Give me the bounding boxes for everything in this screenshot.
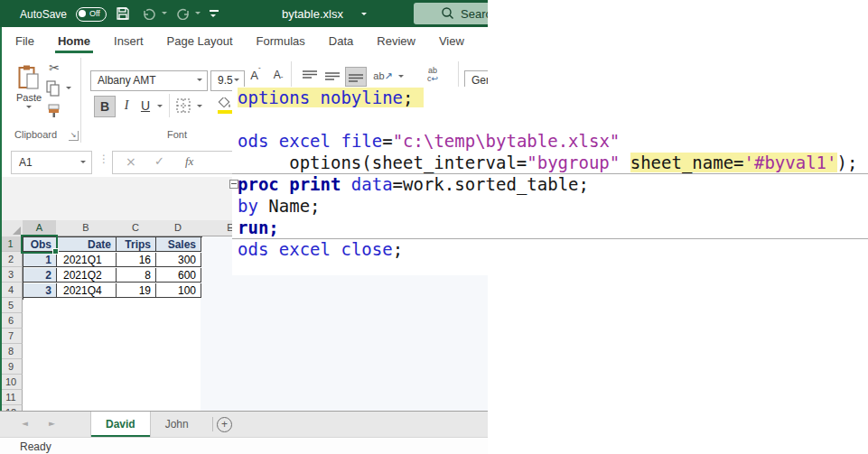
header-cell[interactable]: Sales [156, 237, 201, 252]
table-cell[interactable]: 2021Q2 [57, 268, 117, 283]
underline-dropdown-icon[interactable] [157, 105, 163, 107]
redo-dropdown-icon [195, 12, 201, 14]
row-header-1[interactable]: 1 [0, 236, 23, 252]
table-cell[interactable]: 2021Q4 [57, 283, 117, 298]
copy-dropdown-icon[interactable] [66, 87, 71, 89]
save-icon[interactable] [116, 6, 130, 21]
code-line [238, 108, 857, 130]
window-left-edge [0, 27, 2, 411]
name-box-caret-icon [80, 161, 86, 163]
title-dropdown-icon[interactable] [361, 13, 367, 15]
font-name-select[interactable]: Albany AMT [90, 70, 208, 91]
cut-icon[interactable]: ✂ [45, 60, 63, 76]
row-header-4[interactable]: 4 [0, 283, 23, 298]
copy-icon[interactable] [44, 79, 62, 97]
wrap-text-icon[interactable]: ab c↩ [420, 65, 445, 85]
enter-icon[interactable]: ✓ [154, 154, 164, 168]
sheet-tabs: DavidJohn [90, 412, 222, 437]
underline-button[interactable]: U [137, 96, 154, 116]
customize-toolbar-icon[interactable] [210, 10, 219, 12]
align-top-icon[interactable] [300, 67, 320, 85]
table-cell[interactable]: 3 [23, 283, 57, 298]
name-box[interactable]: A1 [11, 151, 92, 174]
table-cell[interactable]: 300 [156, 253, 201, 267]
row-header-5[interactable]: 5 [0, 298, 23, 313]
redo-icon [175, 7, 191, 20]
row-headers: 123456789101112 [0, 236, 23, 411]
borders-icon[interactable] [174, 97, 192, 115]
sheet-tab-david[interactable]: David [90, 412, 151, 437]
font-separator [169, 94, 170, 117]
align-middle-icon[interactable] [322, 67, 342, 85]
font-name-caret-icon [197, 79, 202, 81]
clipboard-dialog-launcher[interactable]: ↘ [69, 131, 79, 141]
paste-button[interactable]: Paste [13, 60, 45, 114]
number-format-value: General [471, 74, 488, 87]
ribbon-tabs: FileHomeInsertPage LayoutFormulasDataRev… [4, 27, 488, 54]
fill-handle[interactable] [52, 248, 59, 255]
tab-data[interactable]: Data [317, 27, 365, 54]
tab-view[interactable]: View [427, 27, 476, 54]
row-header-6[interactable]: 6 [0, 313, 23, 329]
column-header-D[interactable]: D [155, 220, 201, 236]
row-header-7[interactable]: 7 [0, 329, 23, 344]
paste-dropdown-icon [26, 106, 32, 108]
bold-label: B [100, 99, 109, 114]
table-cell[interactable]: 19 [117, 283, 156, 298]
column-header-B[interactable]: B [56, 220, 117, 236]
row-header-2[interactable]: 2 [0, 252, 23, 267]
tab-file[interactable]: File [4, 27, 46, 54]
next-sheet-icon[interactable]: ► [49, 419, 55, 428]
status-text: Ready [20, 440, 51, 453]
formula-bar-grip-icon[interactable]: ⋮ [98, 153, 109, 165]
search-box[interactable]: Search [414, 3, 488, 24]
row-header-9[interactable]: 9 [0, 359, 23, 375]
borders-dropdown-icon[interactable] [197, 105, 202, 107]
increase-font-icon[interactable]: Aˆ [246, 66, 266, 84]
orientation-icon[interactable]: ab↗ [370, 67, 396, 85]
row-header-10[interactable]: 10 [0, 375, 23, 390]
undo-icon [142, 7, 157, 20]
header-cell[interactable]: Trips [117, 237, 156, 252]
bold-button[interactable]: B [94, 96, 116, 117]
title-bar: AutoSave Off [0, 0, 488, 27]
code-line: ods excel file="c:\temp\bytable.xlsx" [238, 130, 857, 152]
table-cell[interactable]: 2 [23, 268, 57, 283]
align-bottom-icon[interactable] [345, 67, 367, 87]
row-header-11[interactable]: 11 [0, 390, 23, 405]
active-cell-selection[interactable] [21, 235, 58, 254]
table-cell[interactable]: 600 [156, 268, 201, 283]
search-placeholder: Search [461, 7, 488, 21]
prev-sheet-icon[interactable]: ◄ [22, 419, 28, 428]
undo-dropdown-icon [162, 12, 167, 14]
code-line: proc print data=work.sorted_table; [238, 173, 857, 195]
italic-label: I [125, 98, 129, 113]
orientation-glyph: ab [373, 70, 384, 81]
column-header-C[interactable]: C [116, 220, 156, 236]
tab-insert[interactable]: Insert [102, 27, 155, 54]
autosave-label: AutoSave [20, 8, 67, 21]
italic-button[interactable]: I [119, 96, 134, 116]
cell-reference: A1 [19, 156, 33, 169]
table-cell[interactable]: 1 [23, 253, 57, 267]
format-painter-icon[interactable] [44, 101, 62, 119]
new-sheet-button[interactable]: + [217, 417, 232, 432]
tab-page-layout[interactable]: Page Layout [155, 27, 245, 54]
table-cell[interactable]: 8 [117, 268, 156, 283]
table-cell[interactable]: 2021Q1 [57, 253, 117, 267]
tab-review[interactable]: Review [365, 27, 427, 54]
customize-toolbar-caret-icon [210, 14, 216, 17]
decrease-font-icon[interactable]: Aˇ [268, 66, 288, 84]
insert-function-icon[interactable]: fx [185, 154, 193, 169]
autosave-toggle[interactable]: Off [76, 7, 107, 22]
cancel-icon[interactable]: × [126, 154, 136, 169]
tab-formulas[interactable]: Formulas [245, 27, 317, 54]
row-header-8[interactable]: 8 [0, 344, 23, 359]
header-cell[interactable]: Date [57, 237, 117, 252]
table-cell[interactable]: 16 [117, 253, 156, 267]
tab-home[interactable]: Home [46, 27, 102, 54]
sheet-tab-john[interactable]: John [151, 412, 203, 437]
table-cell[interactable]: 100 [156, 283, 201, 298]
orientation-dropdown-icon[interactable] [398, 75, 404, 78]
row-header-3[interactable]: 3 [0, 267, 23, 283]
